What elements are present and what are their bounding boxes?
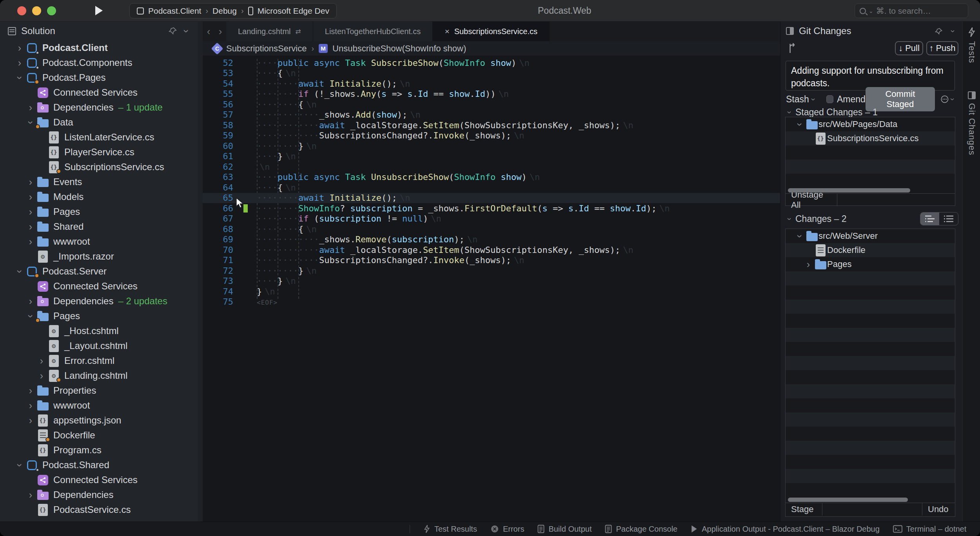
status-package-console[interactable]: Package Console <box>605 525 677 534</box>
code-line-61[interactable]: 61····}\n <box>203 151 780 162</box>
code-line-71[interactable]: 71············SubscriptionsChanged?.Invo… <box>203 255 780 266</box>
chevron-down-icon[interactable]: › <box>795 231 805 242</box>
sidebar-item-wwwroot[interactable]: ›wwwroot <box>0 234 198 249</box>
chevron-right-icon[interactable]: › <box>14 43 25 53</box>
sidebar-item-dependencies[interactable]: ›Dependencies– 1 update <box>0 100 198 115</box>
git-branch-icon[interactable] <box>787 43 798 55</box>
sidebar-item-properties[interactable]: ›Properties <box>0 383 198 398</box>
sidebar-item-program-cs[interactable]: {}Program.cs <box>0 443 198 458</box>
sidebar-item-dependencies[interactable]: ›Dependencies <box>0 487 198 502</box>
code-line-70[interactable]: 70············await _localStorage.SetIte… <box>203 245 780 255</box>
sidebar-item-podcast-server[interactable]: ›Podcast.Server <box>0 264 198 279</box>
sidebar-item-podcast-shared[interactable]: ›Podcast.Shared <box>0 458 198 472</box>
status-test-results[interactable]: Test Results <box>423 525 477 534</box>
code-line-62[interactable]: 62\n <box>203 162 780 172</box>
git-changes-pad-tab[interactable]: Git Changes <box>963 91 980 155</box>
chevron-right-icon[interactable]: › <box>803 260 814 269</box>
chevron-down-icon[interactable]: › <box>26 117 36 128</box>
git-item-dockerfile[interactable]: Dockerfile <box>786 243 955 257</box>
chevron-right-icon[interactable]: › <box>25 401 36 411</box>
chevron-right-icon[interactable]: › <box>25 296 36 306</box>
sidebar-item--imports-razor[interactable]: ⚙_Imports.razor <box>0 249 198 264</box>
changes-scrollbar[interactable] <box>786 497 955 503</box>
amend-checkbox[interactable] <box>826 95 833 103</box>
chevron-down-icon[interactable]: › <box>949 28 958 35</box>
tab-listentogetherhubclient-cs[interactable]: ListenTogetherHubClient.cs <box>313 22 433 41</box>
chevron-right-icon[interactable]: › <box>25 386 36 396</box>
status-build-output[interactable]: Build Output <box>537 525 592 534</box>
pin-icon[interactable] <box>935 27 943 35</box>
tab-subscriptionsservice-cs[interactable]: ×SubscriptionsService.cs <box>433 22 550 41</box>
git-item-subscriptionsservice-cs[interactable]: {}SubscriptionsService.cs <box>786 131 955 145</box>
chevron-right-icon[interactable]: › <box>25 237 36 247</box>
chevron-right-icon[interactable]: › <box>25 177 36 187</box>
pull-button[interactable]: ↓Pull <box>895 41 923 55</box>
sidebar-item-models[interactable]: ›Models <box>0 189 198 204</box>
changes-header[interactable]: ›Changes – 2 <box>784 214 846 224</box>
unstage-all-button[interactable]: Unstage All <box>786 194 837 206</box>
tests-pad-tab[interactable]: Tests <box>963 27 980 63</box>
status-application-output-podcast-client-blazor[interactable]: Application Output - Podcast.Client – Bl… <box>691 525 880 534</box>
sidebar-item-pages[interactable]: ›Pages <box>0 204 198 219</box>
status-terminal-dotnet[interactable]: Terminal – dotnet <box>893 525 966 534</box>
chevron-right-icon[interactable]: › <box>25 416 36 425</box>
chevron-down-icon[interactable]: › <box>949 95 957 103</box>
navigate-back-icon[interactable]: ‹ <box>203 22 214 41</box>
code-line-74[interactable]: 74}\n <box>203 286 780 297</box>
staged-changes-header[interactable]: ›Staged Changes – 1 <box>784 107 878 118</box>
code-line-63[interactable]: 63····public async Task UnsubscribeShow(… <box>203 172 780 183</box>
sidebar-item-appsettings-json[interactable]: ›{}appsettings.json <box>0 413 198 428</box>
sidebar-item--layout-cshtml[interactable]: ⚙_Layout.cshtml <box>0 338 198 353</box>
chevron-right-icon[interactable]: › <box>25 207 36 217</box>
sidebar-item-podcast-components[interactable]: ›Podcast.Components <box>0 55 198 70</box>
staged-scrollbar[interactable] <box>786 188 955 193</box>
tab-landing-cshtml[interactable]: Landing.cshtml⇄ <box>226 22 313 41</box>
code-line-75[interactable]: 75<EOF> <box>203 297 780 307</box>
sidebar-item-data[interactable]: ›Data <box>0 115 198 130</box>
code-line-56[interactable]: 56········{\n <box>203 99 780 110</box>
flat-view-toggle[interactable] <box>939 213 958 225</box>
breadcrumb-method[interactable]: UnsubscribeShow(ShowInfo show) <box>332 44 466 54</box>
code-line-65[interactable]: 65········await Initialize();\n <box>203 193 780 203</box>
zoom-window-button[interactable] <box>47 6 56 15</box>
code-line-53[interactable]: 53····{\n <box>203 68 780 79</box>
sidebar-item-error-cshtml[interactable]: ›⚙Error.cshtml <box>0 353 198 368</box>
run-icon[interactable] <box>95 6 103 15</box>
sidebar-item-pages[interactable]: ›Pages <box>0 309 198 323</box>
sidebar-item--host-cshtml[interactable]: ⚙_Host.cshtml <box>0 323 198 338</box>
code-line-60[interactable]: 60········}\n <box>203 141 780 151</box>
close-window-button[interactable] <box>17 6 26 15</box>
sidebar-item-dependencies[interactable]: ›Dependencies– 2 updates <box>0 294 198 309</box>
git-item-src-web-server[interactable]: ›src/Web/Server <box>786 229 955 243</box>
breadcrumb-class[interactable]: SubscriptionsService <box>226 44 307 54</box>
sidebar-item-connected-services[interactable]: Connected Services <box>0 472 198 487</box>
code-line-68[interactable]: 68········{\n <box>203 224 780 234</box>
chevron-right-icon[interactable]: › <box>36 356 47 366</box>
code-line-55[interactable]: 55········if (!_shows.Any(s => s.Id == s… <box>203 89 780 100</box>
sidebar-item-wwwroot[interactable]: ›wwwroot <box>0 398 198 413</box>
chevron-down-icon[interactable]: › <box>795 119 805 130</box>
tree-view-toggle[interactable] <box>920 213 939 225</box>
chevron-down-icon[interactable]: › <box>181 27 191 35</box>
git-item-src-web-pages-data[interactable]: ›src/Web/Pages/Data <box>786 117 955 131</box>
chevron-right-icon[interactable]: › <box>25 222 36 232</box>
close-tab-icon[interactable]: × <box>445 27 449 36</box>
code-line-58[interactable]: 58············await _localStorage.SetIte… <box>203 120 780 131</box>
run-configuration-breadcrumb[interactable]: Podcast.Client › Debug › Microsoft Edge … <box>129 3 337 18</box>
chevron-down-icon[interactable]: › <box>15 72 25 83</box>
code-line-64[interactable]: 64····{\n <box>203 182 780 193</box>
sidebar-item-connected-services[interactable]: Connected Services <box>0 279 198 294</box>
sidebar-item-listenlaterservice-cs[interactable]: {}ListenLaterService.cs <box>0 130 198 145</box>
more-options-icon[interactable] <box>940 94 949 104</box>
code-line-69[interactable]: 69············_shows.Remove(subscription… <box>203 234 780 245</box>
global-search-input[interactable]: ⌄ ⌘. to search… <box>855 4 968 18</box>
undo-button[interactable]: Undo <box>922 503 955 516</box>
code-line-67[interactable]: 67········if (subscription != null)\n <box>203 214 780 224</box>
code-line-66[interactable]: 66········ShowInfo? subscription = _show… <box>203 203 780 214</box>
sidebar-item-playerservice-cs[interactable]: {}PlayerService.cs <box>0 145 198 160</box>
stage-button[interactable]: Stage <box>786 503 822 516</box>
code-line-57[interactable]: 57············_shows.Add(show);\n <box>203 110 780 120</box>
code-line-52[interactable]: 52····public async Task SubscribeShow(Sh… <box>203 58 780 68</box>
chevron-down-icon[interactable]: › <box>15 266 25 277</box>
sidebar-splitter[interactable] <box>198 22 203 521</box>
